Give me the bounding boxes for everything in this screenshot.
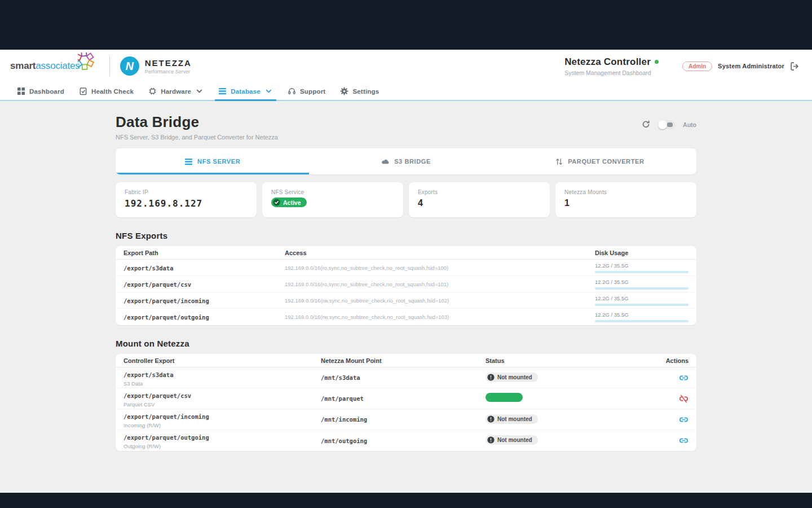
netezza-logo-icon: N (120, 56, 139, 76)
swap-arrows-icon (555, 157, 563, 166)
active-status-badge: Active (271, 198, 307, 207)
export-access: 192.169.0.0/16(rw,sync,no_subtree_check,… (285, 297, 595, 304)
controller-status-block: Netezza Controller System Management Das… (564, 56, 659, 76)
product-name: NETEZZA (145, 58, 192, 68)
clipboard-check-icon (79, 87, 87, 95)
dashboard-grid-icon (17, 87, 25, 95)
top-letterbox-band (0, 0, 812, 50)
exports-count: 4 (418, 198, 541, 208)
disk-usage: 12.2G / 35.5G (595, 292, 689, 309)
main-nav: Dashboard Health Check Hardware Database… (0, 82, 812, 101)
disk-usage-bar (595, 304, 689, 306)
stat-card-exports: Exports 4 (409, 182, 550, 217)
disk-usage-bar (595, 320, 689, 322)
table-row: /export/parquet/csv Parquet CSV /mnt/par… (116, 388, 696, 409)
stat-card-netezza-mounts: Netezza Mounts 1 (555, 182, 696, 217)
pinwheel-flower-icon (78, 52, 99, 74)
not-mounted-status-badge: Not mounted (486, 373, 538, 382)
page-title: Data Bridge (116, 113, 278, 131)
stat-card-nfs-service: NFS Service Active (262, 182, 403, 217)
mounted-status-badge (486, 393, 523, 402)
mount-link-icon[interactable] (679, 415, 689, 424)
bottom-letterbox-band (0, 493, 812, 508)
refresh-icon[interactable] (642, 120, 650, 129)
status-cell: Not mounted (486, 373, 660, 383)
export-description: Parquet CSV (123, 401, 321, 408)
nav-item-settings[interactable]: Settings (340, 82, 379, 100)
logo-divider (109, 56, 110, 76)
disk-usage: 12.2G / 35.5G (595, 276, 689, 292)
smartassociates-wordmark: smartassociates (10, 60, 80, 72)
table-row: /export/parquet/outgoing 192.169.0.0/16(… (116, 309, 696, 325)
disk-usage-bar (595, 271, 689, 273)
nfs-exports-heading: NFS Exports (116, 231, 696, 240)
netezza-mount-point: /mnt/incoming (321, 416, 486, 423)
controller-export: /export/parquet/csv Parquet CSV (123, 390, 321, 408)
nav-item-hardware[interactable]: Hardware (148, 82, 204, 100)
table-header: Export Path Access Disk Usage (116, 246, 696, 260)
netezza-wordmark: NETEZZA Performance Server (145, 58, 192, 75)
netezza-mount-point: /mnt/outgoing (321, 437, 486, 444)
export-access: 192.169.0.0/16(ro,sync,no_subtree_check,… (285, 265, 595, 271)
logout-icon[interactable] (790, 62, 800, 71)
table-row: /export/s3data 192.169.0.0/16(ro,sync,no… (116, 260, 696, 276)
not-mounted-status-badge: Not mounted (486, 435, 538, 445)
netezza-mount-point: /mnt/s3data (321, 374, 486, 381)
nav-item-database[interactable]: Database (218, 82, 273, 100)
export-access: 192.169.0.0/16(rw,sync,no_subtree_check,… (285, 314, 595, 320)
stat-card-fabric-ip: Fabric IP 192.169.8.127 (116, 182, 257, 217)
export-description: S3 Data (123, 380, 321, 387)
page-subtitle: NFS Server, S3 Bridge, and Parquet Conve… (116, 134, 278, 141)
cloud-icon (381, 157, 390, 166)
unmount-unlink-icon[interactable] (679, 394, 689, 404)
nav-item-dashboard[interactable]: Dashboard (17, 82, 64, 100)
smartassociates-logo: smartassociates (10, 58, 99, 74)
actions-cell (660, 394, 689, 404)
status-cell: Not mounted (486, 414, 660, 425)
status-cell: Not mounted (486, 435, 660, 446)
controller-export: /export/s3data S3 Data (123, 369, 321, 387)
table-header: Controller Export Netezza Mount Point St… (116, 354, 696, 367)
export-path: /export/parquet/outgoing (123, 314, 285, 321)
user-name: System Administrator (718, 63, 784, 69)
export-path: /export/s3data (123, 265, 285, 271)
gear-icon (340, 87, 348, 95)
disk-usage: 12.2G / 35.5G (595, 260, 689, 276)
status-cell (486, 393, 660, 404)
app-header: smartassociates N NETEZZA Performance Se… (0, 50, 812, 82)
auto-toggle-label: Auto (683, 121, 696, 128)
tab-nfs-server[interactable]: NFS SERVER (116, 148, 309, 174)
auto-refresh-toggle[interactable] (658, 121, 675, 129)
page-title-block: Data Bridge NFS Server, S3 Bridge, and P… (116, 113, 278, 141)
disk-usage-bar (595, 287, 689, 290)
table-row: /export/s3data S3 Data /mnt/s3data Not m… (116, 367, 696, 388)
mount-on-netezza-heading: Mount on Netezza (116, 339, 696, 348)
actions-cell (660, 415, 689, 424)
mount-link-icon[interactable] (679, 436, 689, 445)
stat-cards: Fabric IP 192.169.8.127 NFS Service Acti… (116, 182, 696, 217)
data-bridge-tabs: NFS SERVER S3 BRIDGE PARQUET CONVERTER (116, 148, 696, 174)
export-path: /export/parquet/incoming (123, 297, 285, 304)
list-bars-icon (218, 87, 227, 95)
controller-export: /export/parquet/outgoing Outgoing (R/W) (123, 432, 321, 449)
table-row: /export/parquet/csv 192.169.0.0/16(ro,sy… (116, 276, 696, 292)
controller-subtitle: System Management Dashboard (564, 69, 659, 76)
nav-item-health-check[interactable]: Health Check (79, 82, 134, 100)
nav-item-support[interactable]: Support (288, 82, 325, 100)
online-status-dot (655, 60, 659, 64)
product-subtitle: Performance Server (145, 69, 192, 75)
tab-s3-bridge[interactable]: S3 BRIDGE (309, 148, 502, 174)
data-bridge-page: Data Bridge NFS Server, S3 Bridge, and P… (116, 101, 696, 451)
nfs-exports-table: Export Path Access Disk Usage /export/s3… (116, 246, 696, 325)
mount-link-icon[interactable] (679, 373, 689, 383)
disk-usage: 12.2G / 35.5G (595, 309, 689, 325)
controller-export: /export/parquet/incoming Incoming (R/W) (123, 411, 321, 428)
table-row: /export/parquet/outgoing Outgoing (R/W) … (116, 430, 696, 451)
headset-icon (288, 87, 296, 95)
export-description: Incoming (R/W) (123, 422, 321, 428)
alert-circle-icon (487, 436, 495, 444)
actions-cell (660, 436, 689, 445)
table-row: /export/parquet/incoming 192.169.0.0/16(… (116, 292, 696, 309)
tab-parquet-converter[interactable]: PARQUET CONVERTER (503, 148, 696, 174)
chevron-down-icon (195, 87, 204, 95)
